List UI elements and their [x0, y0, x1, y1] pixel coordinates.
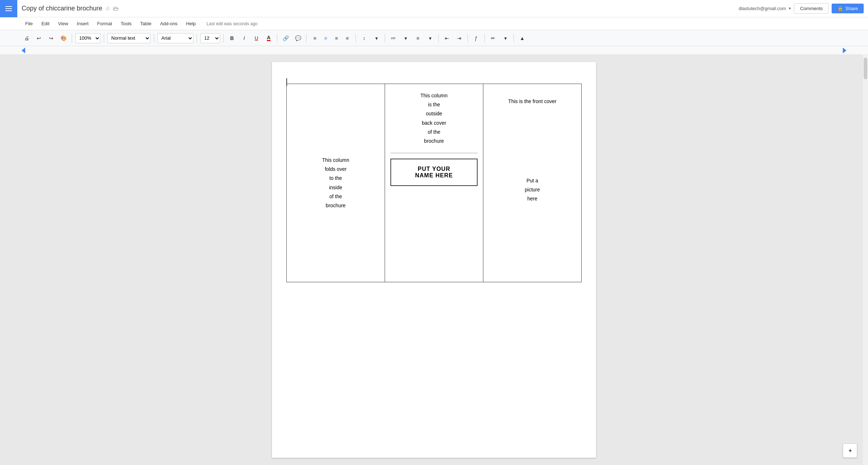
align-left-button[interactable]: ≡ — [310, 33, 320, 43]
line-spacing-button[interactable]: ↕ — [359, 33, 369, 43]
share-button[interactable]: 🔒 Share — [832, 4, 864, 13]
pen-tool-button[interactable]: ✏ — [488, 33, 498, 43]
assistant-icon: ✦ — [848, 447, 853, 454]
font-color-button[interactable]: A — [264, 33, 274, 43]
menu-insert[interactable]: Insert — [73, 19, 92, 28]
middle-column-text: This column is the outside back cover of… — [390, 91, 478, 146]
brochure-row: This column folds over to the inside of … — [287, 84, 582, 282]
right-column: This is the front cover Put a picture he… — [483, 84, 582, 282]
folder-icon[interactable]: 🗁 — [113, 5, 119, 12]
star-icon[interactable]: ☆ — [105, 5, 110, 12]
assistant-button[interactable]: ✦ — [843, 443, 857, 458]
redo-button[interactable]: ↪ — [46, 33, 56, 43]
ol-chevron[interactable]: ▾ — [401, 33, 411, 43]
share-label: Share — [845, 6, 858, 11]
middle-column: This column is the outside back cover of… — [385, 84, 483, 282]
app-menu-button[interactable] — [0, 0, 17, 17]
ruler — [0, 46, 868, 55]
unordered-list-button[interactable]: ≡ — [413, 33, 423, 43]
menu-view[interactable]: View — [54, 19, 72, 28]
brochure-table: This column folds over to the inside of … — [286, 84, 582, 282]
separator-12 — [484, 34, 485, 43]
menu-table[interactable]: Table — [137, 19, 155, 28]
separator-10 — [438, 34, 439, 43]
user-email: dlastutech@gmail.com — [739, 6, 786, 11]
cursor-line — [286, 78, 287, 86]
menu-format[interactable]: Format — [94, 19, 116, 28]
top-bar: Copy of chiccarine brochure ☆ 🗁 dlastute… — [0, 0, 868, 17]
formula-button[interactable]: ƒ — [471, 33, 481, 43]
document-page: This column folds over to the inside of … — [272, 62, 596, 458]
underline-button[interactable]: U — [251, 33, 261, 43]
front-cover-picture: Put a picture here — [491, 176, 574, 204]
separator-8 — [355, 34, 356, 43]
separator-11 — [467, 34, 468, 43]
align-justify-button[interactable]: ≡ — [342, 33, 352, 43]
lock-icon: 🔒 — [837, 6, 843, 11]
doc-title[interactable]: Copy of chiccarine brochure — [22, 5, 102, 12]
left-column-text: This column folds over to the inside of … — [322, 157, 349, 208]
menu-file[interactable]: File — [22, 19, 36, 28]
last-edit-status: Last edit was seconds ago — [207, 21, 258, 26]
middle-divider — [390, 153, 478, 153]
dropdown-arrow[interactable]: ▾ — [789, 6, 791, 11]
ul-chevron[interactable]: ▾ — [425, 33, 435, 43]
toolbar: 🖨 ↩ ↪ 🎨 100% Normal text Heading 1 Headi… — [0, 30, 868, 46]
content-area[interactable]: This column folds over to the inside of … — [0, 55, 868, 465]
paint-format-button[interactable]: 🎨 — [58, 33, 68, 43]
font-size-select[interactable]: 12 11 14 16 — [200, 33, 220, 43]
ruler-inner — [22, 46, 846, 54]
separator-4 — [197, 34, 197, 43]
collapse-toolbar-button[interactable]: ▲ — [517, 33, 527, 43]
menu-bar: File Edit View Insert Format Tools Table… — [0, 17, 868, 30]
separator-3 — [154, 34, 154, 43]
menu-addons[interactable]: Add-ons — [156, 19, 181, 28]
front-cover-title: This is the front cover — [491, 91, 574, 104]
separator-2 — [104, 34, 104, 43]
print-button[interactable]: 🖨 — [22, 33, 32, 43]
bold-button[interactable]: B — [227, 33, 237, 43]
ruler-arrow-left[interactable] — [22, 48, 25, 53]
undo-button[interactable]: ↩ — [34, 33, 44, 43]
comment-button[interactable]: 💬 — [293, 33, 303, 43]
align-right-button[interactable]: ≡ — [331, 33, 341, 43]
chevron-down-spacing[interactable]: ▾ — [371, 33, 381, 43]
right-actions: dlastutech@gmail.com ▾ Comments 🔒 Share — [739, 3, 868, 14]
comments-button[interactable]: Comments — [794, 3, 829, 14]
font-color-icon: A — [267, 35, 270, 41]
separator-13 — [514, 34, 514, 43]
name-box[interactable]: PUT YOUR NAME HERE — [390, 159, 478, 186]
vertical-scrollbar[interactable] — [863, 54, 868, 465]
decrease-indent-button[interactable]: ⇤ — [442, 33, 452, 43]
hamburger-icon — [5, 6, 12, 11]
separator-7 — [306, 34, 307, 43]
pen-chevron[interactable]: ▾ — [500, 33, 510, 43]
zoom-select[interactable]: 100% — [75, 33, 100, 43]
doc-title-area: Copy of chiccarine brochure ☆ 🗁 — [17, 5, 739, 12]
ruler-arrow-right[interactable] — [843, 48, 846, 53]
font-select[interactable]: Arial Times New Roman Georgia — [157, 33, 193, 43]
text-style-select[interactable]: Normal text Heading 1 Heading 2 Title — [107, 33, 151, 43]
left-column: This column folds over to the inside of … — [287, 84, 385, 282]
scrollbar-thumb[interactable] — [864, 58, 867, 79]
alignment-group: ≡ ≡ ≡ ≡ — [310, 33, 352, 43]
italic-button[interactable]: I — [239, 33, 249, 43]
ordered-list-button[interactable]: ≔ — [388, 33, 398, 43]
separator-9 — [385, 34, 385, 43]
align-center-button[interactable]: ≡ — [321, 33, 331, 43]
link-button[interactable]: 🔗 — [281, 33, 291, 43]
menu-edit[interactable]: Edit — [38, 19, 53, 28]
menu-tools[interactable]: Tools — [117, 19, 135, 28]
separator-5 — [223, 34, 224, 43]
separator-1 — [72, 34, 72, 43]
menu-help[interactable]: Help — [183, 19, 200, 28]
increase-indent-button[interactable]: ⇥ — [454, 33, 464, 43]
separator-6 — [277, 34, 277, 43]
